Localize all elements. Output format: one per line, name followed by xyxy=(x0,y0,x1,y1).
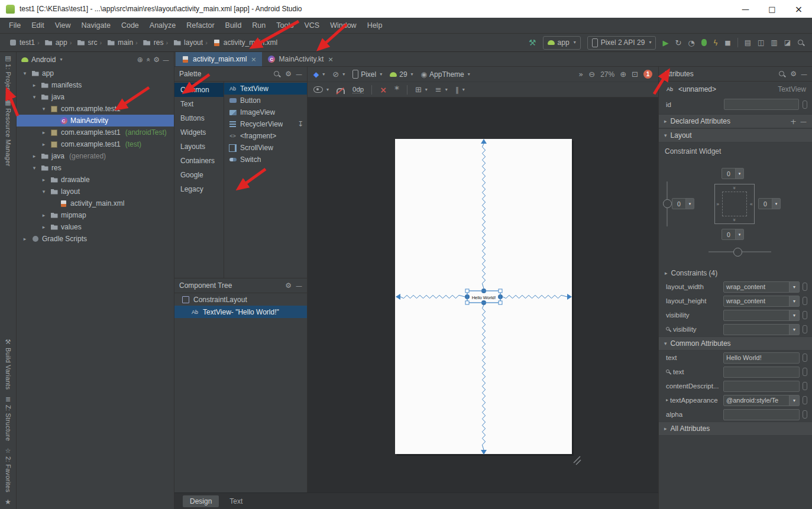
attribute-combo[interactable] xyxy=(723,324,800,335)
remove-attribute-icon[interactable] xyxy=(800,118,807,125)
orientation-select[interactable] xyxy=(332,70,345,78)
palette-component[interactable]: Switch xyxy=(224,154,307,166)
menu-item[interactable]: Edit xyxy=(26,20,50,31)
tree-expander-icon[interactable]: ▸ xyxy=(40,141,47,147)
attribute-combo[interactable]: wrap_content xyxy=(723,296,800,307)
project-tree-row[interactable]: ▸ drawable xyxy=(17,174,174,186)
menu-item[interactable]: Navigate xyxy=(76,20,116,31)
constraints-group[interactable]: Constraints (4) xyxy=(659,267,812,280)
clear-constraints-button[interactable] xyxy=(380,86,387,94)
palette-category[interactable]: Common xyxy=(174,83,224,97)
project-tree-row[interactable]: MainActivity xyxy=(17,115,174,127)
attribute-combo[interactable] xyxy=(723,310,800,321)
autoconnect-off-icon[interactable] xyxy=(337,88,345,94)
add-attribute-icon[interactable] xyxy=(790,118,797,125)
tool-window-button[interactable]: 2: Favorites xyxy=(5,447,12,492)
tree-expander-icon[interactable]: ▾ xyxy=(31,165,38,171)
view-options-select[interactable] xyxy=(313,86,329,93)
tool-window-button[interactable]: 1: Project xyxy=(5,54,12,93)
layout-inspector-icon[interactable] xyxy=(758,39,764,46)
common-attributes-section[interactable]: Common Attributes xyxy=(659,336,812,351)
editor-tab[interactable]: MainActivity.kt × xyxy=(262,52,339,66)
stop-icon[interactable] xyxy=(724,40,730,46)
overflow-chevron-icon[interactable] xyxy=(578,70,583,78)
pack-select[interactable] xyxy=(455,86,465,93)
collapse-all-icon[interactable] xyxy=(145,57,152,61)
tree-expander-icon[interactable]: ▾ xyxy=(40,189,47,194)
pick-attribute-icon[interactable] xyxy=(803,297,807,305)
close-button[interactable]: × xyxy=(785,0,812,18)
pick-attribute-icon[interactable] xyxy=(803,382,807,390)
hide-panel-icon[interactable] xyxy=(163,57,169,63)
target-device-select[interactable]: Pixel 2 API 29 xyxy=(587,36,656,50)
tree-expander-icon[interactable]: ▾ xyxy=(40,106,47,112)
hide-panel-icon[interactable] xyxy=(296,71,302,77)
design-surface-select[interactable] xyxy=(313,71,325,78)
maximize-button[interactable]: □ xyxy=(759,0,785,18)
locate-file-icon[interactable] xyxy=(137,56,143,63)
tree-expander-icon[interactable]: ▾ xyxy=(21,70,28,76)
pick-attribute-icon[interactable] xyxy=(803,410,807,419)
attribute-input[interactable] xyxy=(723,367,800,378)
zoom-in-button[interactable] xyxy=(620,70,626,78)
tree-expander-icon[interactable]: ▸ xyxy=(31,153,38,159)
zoom-to-fit-button[interactable] xyxy=(632,70,638,78)
resize-handle-sw[interactable] xyxy=(465,301,469,304)
search-icon[interactable] xyxy=(273,70,281,78)
breadcrumb-item[interactable]: › activity_main.xml xyxy=(204,37,279,48)
pick-attribute-icon[interactable] xyxy=(803,283,807,291)
palette-component[interactable]: TextView xyxy=(224,83,307,95)
palette-component[interactable]: ScrollView xyxy=(224,142,307,154)
tree-expander-icon[interactable]: ▸ xyxy=(21,236,28,242)
project-tree-row[interactable]: ▸ com.example.test1 (androidTest) xyxy=(17,127,174,138)
apply-code-changes-icon[interactable] xyxy=(713,39,719,47)
device-file-explorer-icon[interactable] xyxy=(745,39,751,46)
palette-component[interactable]: Button xyxy=(224,95,307,106)
profiler-icon[interactable] xyxy=(688,39,694,47)
project-tree-row[interactable]: ▾ com.example.test1 xyxy=(17,103,174,115)
project-tree-row[interactable]: ▾ res xyxy=(17,162,174,174)
project-tree-row[interactable]: ▾ app xyxy=(17,67,174,79)
infer-constraints-button[interactable] xyxy=(394,85,399,95)
pick-attribute-icon[interactable] xyxy=(803,311,807,319)
palette-component[interactable]: RecyclerView xyxy=(224,118,307,130)
favorites-star-icon[interactable] xyxy=(5,498,11,505)
palette-category[interactable]: Layouts xyxy=(174,140,224,154)
palette-component[interactable]: ImageView xyxy=(224,106,307,118)
emulator-icon[interactable] xyxy=(771,39,777,46)
resize-handle-se[interactable] xyxy=(499,301,502,304)
gear-icon[interactable] xyxy=(790,70,797,77)
hide-panel-icon[interactable] xyxy=(801,71,807,77)
run-configuration-select[interactable]: app xyxy=(543,36,581,50)
editor-mode-tab[interactable]: Design xyxy=(183,495,219,507)
breadcrumb-item[interactable]: › res xyxy=(134,37,164,48)
editor-tab[interactable]: activity_main.xml × xyxy=(176,52,262,66)
horizontal-bias-knob[interactable] xyxy=(733,248,742,257)
pick-attribute-icon[interactable] xyxy=(803,354,807,362)
vertical-bias-knob[interactable] xyxy=(663,199,672,208)
menu-item[interactable]: Run xyxy=(247,20,271,31)
menu-item[interactable]: File xyxy=(4,20,26,31)
gear-icon[interactable] xyxy=(153,56,160,63)
tree-expander-icon[interactable]: ▸ xyxy=(40,224,47,230)
menu-item[interactable]: Analyze xyxy=(144,20,181,31)
attribute-combo[interactable]: @android:style/Te xyxy=(723,395,800,406)
breadcrumb-item[interactable]: › src xyxy=(69,37,99,48)
default-margins-select[interactable]: 0dp xyxy=(352,86,364,93)
guidelines-select[interactable] xyxy=(415,86,428,93)
attribute-combo[interactable]: wrap_content xyxy=(723,281,800,293)
attribute-input[interactable] xyxy=(723,409,800,420)
tree-expander-icon[interactable]: ▸ xyxy=(31,82,38,88)
gear-icon[interactable] xyxy=(285,70,292,77)
project-view-select[interactable]: Android xyxy=(31,56,56,64)
pick-attribute-icon[interactable] xyxy=(803,100,807,109)
close-tab-icon[interactable]: × xyxy=(251,56,256,63)
margin-top-select[interactable]: 0 xyxy=(722,168,744,179)
hide-panel-icon[interactable] xyxy=(296,283,302,289)
breadcrumb-item[interactable]: › main xyxy=(98,37,134,48)
declared-attributes-section[interactable]: Declared Attributes xyxy=(659,114,812,128)
expander-icon[interactable] xyxy=(666,398,668,403)
search-everywhere-icon[interactable] xyxy=(797,39,805,47)
attribute-input[interactable] xyxy=(723,381,800,392)
logcat-icon[interactable] xyxy=(784,39,791,46)
